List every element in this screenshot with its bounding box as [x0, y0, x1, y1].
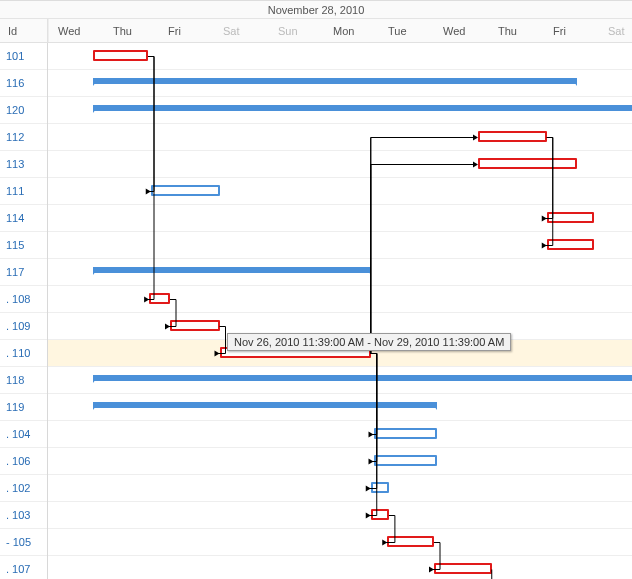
gantt-bar[interactable]	[478, 158, 577, 169]
gantt-app: November 28, 2010 Id Wed Thu Fri Sat Sun…	[0, 0, 632, 579]
header-day[interactable]: Mon	[325, 19, 380, 42]
gantt-bar[interactable]	[371, 482, 389, 493]
row-bg	[48, 286, 632, 313]
gantt-bar[interactable]	[170, 320, 220, 331]
row-bg	[48, 232, 632, 259]
row-id[interactable]: 112	[0, 124, 47, 151]
row-id[interactable]: . 110	[0, 340, 47, 367]
row-id[interactable]: 119	[0, 394, 47, 421]
row-id[interactable]: 111	[0, 178, 47, 205]
row-id[interactable]: 115	[0, 232, 47, 259]
header-day[interactable]: Fri	[160, 19, 215, 42]
gantt-bar[interactable]	[93, 50, 148, 61]
row-bg	[48, 475, 632, 502]
gantt-bar[interactable]	[93, 78, 577, 84]
header-day[interactable]: Wed	[435, 19, 490, 42]
row-id[interactable]: 113	[0, 151, 47, 178]
row-id[interactable]: 120	[0, 97, 47, 124]
header-day[interactable]: Fri	[545, 19, 600, 42]
row-id[interactable]: . 102	[0, 475, 47, 502]
row-id[interactable]: - 105	[0, 529, 47, 556]
header-date: November 28, 2010	[0, 1, 632, 19]
gantt-body: 101116120112113111114115117. 108. 109. 1…	[0, 43, 632, 579]
row-bg	[48, 556, 632, 579]
gantt-bar[interactable]	[151, 185, 220, 196]
header-day[interactable]: Tue	[380, 19, 435, 42]
gantt-chart-area[interactable]	[48, 43, 632, 579]
gantt-bar[interactable]	[149, 293, 170, 304]
row-bg	[48, 421, 632, 448]
header-day[interactable]: Sat	[600, 19, 632, 42]
gantt-bar[interactable]	[387, 536, 434, 547]
row-id[interactable]: . 107	[0, 556, 47, 579]
gantt-bar[interactable]	[93, 105, 632, 111]
row-bg	[48, 205, 632, 232]
header-day[interactable]: Wed	[50, 19, 105, 42]
row-id[interactable]: 116	[0, 70, 47, 97]
row-id[interactable]: . 103	[0, 502, 47, 529]
row-bg	[48, 178, 632, 205]
header-day[interactable]: Sun	[270, 19, 325, 42]
row-id[interactable]: 114	[0, 205, 47, 232]
header-day[interactable]: Thu	[105, 19, 160, 42]
row-id[interactable]: 117	[0, 259, 47, 286]
gantt-bar[interactable]	[547, 212, 594, 223]
header-day[interactable]: Thu	[490, 19, 545, 42]
gantt-bar[interactable]	[434, 563, 492, 574]
task-tooltip: Nov 26, 2010 11:39:00 AM - Nov 29, 2010 …	[227, 333, 511, 351]
gantt-bar[interactable]	[374, 455, 437, 466]
gantt-bar[interactable]	[547, 239, 594, 250]
row-id[interactable]: . 109	[0, 313, 47, 340]
row-id[interactable]: 101	[0, 43, 47, 70]
gantt-bar[interactable]	[93, 402, 437, 408]
header-id-col[interactable]: Id	[0, 19, 48, 42]
gantt-bar[interactable]	[374, 428, 437, 439]
row-id[interactable]: . 104	[0, 421, 47, 448]
row-bg	[48, 529, 632, 556]
header-day[interactable]: Sat	[215, 19, 270, 42]
row-bg	[48, 502, 632, 529]
header-days-row: Id Wed Thu Fri Sat Sun Mon Tue Wed Thu F…	[0, 19, 632, 43]
gantt-bar[interactable]	[478, 131, 547, 142]
gantt-bar[interactable]	[93, 375, 632, 381]
row-id[interactable]: . 106	[0, 448, 47, 475]
gantt-bar[interactable]	[371, 509, 389, 520]
gantt-bar[interactable]	[93, 267, 371, 273]
row-id[interactable]: 118	[0, 367, 47, 394]
row-id[interactable]: . 108	[0, 286, 47, 313]
row-bg	[48, 448, 632, 475]
id-column: 101116120112113111114115117. 108. 109. 1…	[0, 43, 48, 579]
